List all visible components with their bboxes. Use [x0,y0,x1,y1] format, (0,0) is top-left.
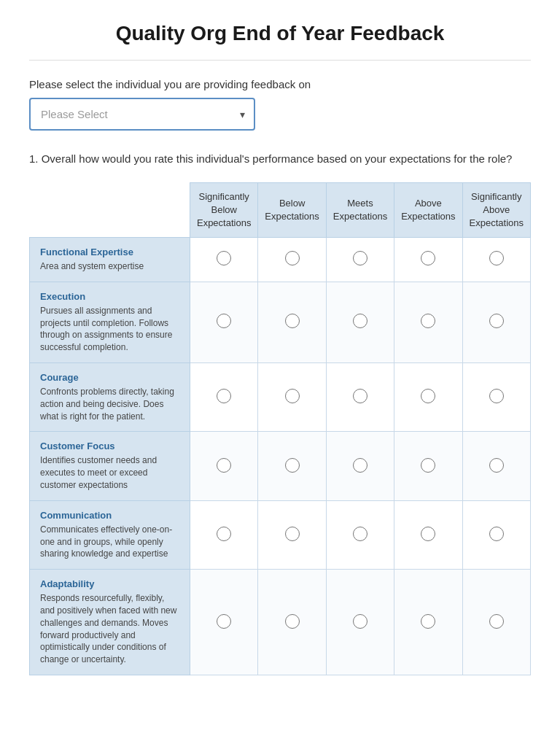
radio-functional-expertise-sig-above[interactable] [489,251,504,265]
radio-customer-focus-below[interactable] [285,458,300,473]
row-title-courage: Courage [40,372,179,383]
col-header-sig-below: SignificantlyBelowExpectations [190,182,258,238]
radio-functional-expertise-above[interactable] [421,251,435,265]
radio-courage-below[interactable] [285,389,300,403]
col-header-above: AboveExpectations [394,182,462,238]
radio-communication-sig-below[interactable] [217,527,231,541]
radio-courage-meets[interactable] [353,389,368,403]
radio-execution-meets[interactable] [353,314,368,328]
radio-adaptability-meets[interactable] [353,614,368,629]
row-desc-communication: Communicates effectively one-on-one and … [40,524,179,560]
radio-adaptability-sig-below[interactable] [217,614,231,629]
selector-label: Please select the individual you are pro… [29,78,531,90]
row-title-functional-expertise: Functional Expertise [40,247,179,257]
radio-customer-focus-sig-above[interactable] [489,458,504,473]
col-header-meets: MeetsExpectations [326,182,394,238]
radio-courage-sig-above[interactable] [489,389,504,403]
radio-execution-above[interactable] [421,314,435,328]
radio-functional-expertise-meets[interactable] [353,251,368,265]
radio-functional-expertise-below[interactable] [285,251,300,265]
radio-customer-focus-sig-below[interactable] [217,458,231,473]
table-row: AdaptabilityResponds resourcefully, flex… [30,570,531,675]
radio-adaptability-above[interactable] [421,614,435,629]
radio-communication-meets[interactable] [353,527,368,541]
page-title: Quality Org End of Year Feedback [29,22,531,61]
rating-table: SignificantlyBelowExpectations BelowExpe… [29,182,531,676]
radio-execution-sig-above[interactable] [489,314,504,328]
col-header-sig-above: SignificantlyAboveExpectations [462,182,530,238]
radio-customer-focus-above[interactable] [421,458,435,473]
table-row: CourageConfronts problems directly, taki… [30,363,531,432]
radio-functional-expertise-sig-below[interactable] [217,251,231,265]
radio-customer-focus-meets[interactable] [353,458,368,473]
individual-selector-wrapper: Please Select ▾ [29,98,255,131]
row-title-communication: Communication [40,510,179,521]
table-row: CommunicationCommunicates effectively on… [30,500,531,569]
row-title-adaptability: Adaptability [40,578,179,589]
radio-adaptability-below[interactable] [285,614,300,629]
row-desc-functional-expertise: Area and system expertise [40,260,179,273]
radio-communication-above[interactable] [421,527,435,541]
radio-adaptability-sig-above[interactable] [489,614,504,629]
row-desc-courage: Confronts problems directly, taking acti… [40,386,179,422]
radio-courage-above[interactable] [421,389,435,403]
row-desc-customer-focus: Identifies customer needs and executes t… [40,454,179,491]
radio-communication-below[interactable] [285,527,300,541]
table-header-empty [30,182,190,238]
table-row: ExecutionPursues all assignments and pro… [30,282,531,362]
individual-selector[interactable]: Please Select [29,98,255,131]
table-row: Customer FocusIdentifies customer needs … [30,432,531,500]
row-desc-execution: Pursues all assignments and projects unt… [40,305,179,354]
question1-label: 1. Overall how would you rate this indiv… [29,151,531,168]
row-title-customer-focus: Customer Focus [40,441,179,451]
col-header-below: BelowExpectations [258,182,326,238]
row-title-execution: Execution [40,291,179,302]
table-row: Functional ExpertiseArea and system expe… [30,238,531,282]
row-desc-adaptability: Responds resourcefully, flexibly, and po… [40,592,179,666]
radio-communication-sig-above[interactable] [489,527,504,541]
radio-execution-sig-below[interactable] [217,314,231,328]
radio-courage-sig-below[interactable] [217,389,231,403]
radio-execution-below[interactable] [285,314,300,328]
